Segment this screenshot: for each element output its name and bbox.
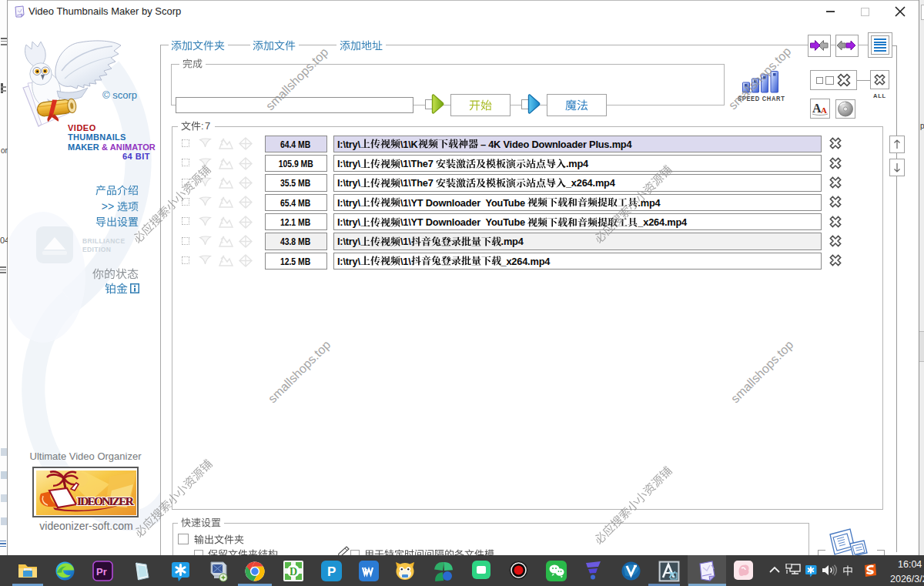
- svg-text:Pr: Pr: [96, 566, 107, 578]
- svg-text:D: D: [290, 566, 297, 578]
- svg-text:P: P: [327, 564, 336, 579]
- svg-text:IDEONIZER: IDEONIZER: [77, 494, 135, 507]
- svg-text:A: A: [821, 105, 827, 115]
